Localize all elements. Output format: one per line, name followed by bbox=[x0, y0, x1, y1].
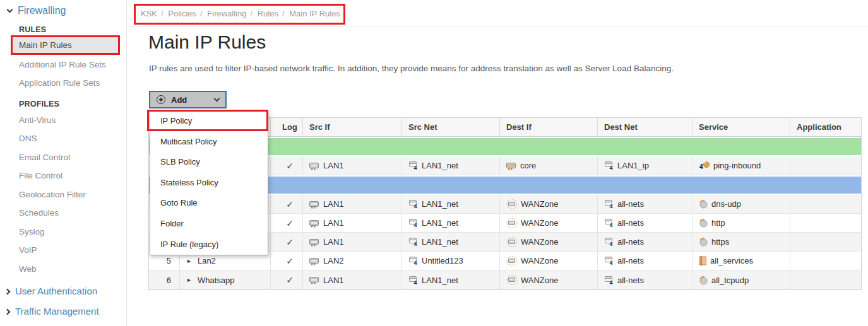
ipv4-network-icon: 4 bbox=[408, 161, 419, 170]
interface-icon bbox=[309, 219, 320, 228]
sidebar-item-firewalling[interactable]: Firewalling bbox=[8, 5, 66, 16]
log-check-icon: ✓ bbox=[286, 199, 294, 209]
service-value: all_services bbox=[710, 256, 753, 265]
zone-interface-icon bbox=[506, 237, 518, 247]
ipv4-address-icon: 4 bbox=[604, 161, 614, 170]
sidebar-item-web[interactable]: Web bbox=[19, 264, 37, 274]
svg-text:4: 4 bbox=[414, 165, 417, 170]
menu-item-multicast-policy[interactable]: Multicast Policy bbox=[150, 132, 268, 153]
breadcrumb-item-ksk[interactable]: KSK bbox=[141, 9, 157, 18]
svg-text:4: 4 bbox=[610, 260, 613, 265]
breadcrumb-separator: / bbox=[250, 9, 253, 18]
breadcrumb-separator: / bbox=[200, 9, 203, 18]
chevron-right-icon bbox=[4, 309, 11, 315]
breadcrumb-bar: KSK/ Policies/ Firewalling/ Rules/ Main … bbox=[127, 0, 868, 26]
menu-item-goto-rule[interactable]: Goto Rule bbox=[150, 193, 268, 214]
menu-item-ip-rule-legacy[interactable]: IP Rule (legacy) bbox=[150, 235, 268, 255]
ipv4-network-icon: 4 bbox=[408, 256, 419, 265]
application-value bbox=[790, 252, 861, 270]
sidebar-section-rules: RULES bbox=[19, 25, 46, 34]
zone-interface-icon bbox=[506, 199, 518, 209]
rule-name: Whatsapp bbox=[198, 276, 235, 285]
service-icon bbox=[699, 237, 708, 247]
sidebar-item-file-control[interactable]: File Control bbox=[19, 171, 62, 180]
interface-icon bbox=[309, 257, 320, 265]
dest-if-value: core bbox=[520, 161, 536, 170]
sidebar-section-profiles: PROFILES bbox=[19, 100, 59, 108]
chevron-down-icon bbox=[214, 95, 220, 102]
interface-icon bbox=[309, 161, 320, 170]
ping-service-icon: 4 bbox=[699, 161, 710, 170]
add-button[interactable]: Add bbox=[149, 91, 227, 108]
breadcrumb-item-rules[interactable]: Rules bbox=[258, 9, 278, 18]
ipv4-network-icon: 4 bbox=[408, 237, 419, 247]
services-book-icon bbox=[699, 256, 707, 265]
breadcrumb-separator: / bbox=[282, 9, 285, 18]
sidebar-item-dns[interactable]: DNS bbox=[19, 134, 37, 143]
sidebar-item-syslog[interactable]: Syslog bbox=[19, 227, 45, 236]
page-title: Main IP Rules bbox=[148, 32, 266, 53]
src-net-value: LAN1_net bbox=[422, 161, 458, 170]
menu-item-folder[interactable]: Folder bbox=[150, 214, 268, 235]
service-value: ping-inbound bbox=[713, 161, 761, 170]
dest-if-value: WANZone bbox=[521, 199, 558, 209]
sidebar-item-application-rule-sets[interactable]: Application Rule Sets bbox=[19, 78, 100, 88]
breadcrumb-item-main-ip-rules[interactable]: Main IP Rules bbox=[289, 9, 340, 18]
page-description: IP rules are used to filter IP-based net… bbox=[149, 64, 674, 73]
chevron-down-icon bbox=[7, 7, 13, 13]
sidebar-item-user-authentication[interactable]: User Authentication bbox=[5, 286, 97, 296]
service-icon bbox=[699, 199, 708, 209]
sidebar-item-label: Traffic Management bbox=[15, 306, 99, 317]
zone-interface-icon bbox=[506, 256, 518, 266]
breadcrumb-item-policies[interactable]: Policies bbox=[168, 9, 196, 18]
add-dropdown-menu: IP Policy Multicast Policy SLB Policy St… bbox=[150, 110, 268, 255]
sidebar-item-traffic-management[interactable]: Traffic Management bbox=[5, 306, 99, 317]
dest-net-value: all-nets bbox=[617, 237, 644, 247]
src-net-value: LAN1_net bbox=[422, 237, 458, 247]
src-if-value: LAN1 bbox=[323, 161, 344, 170]
ipv4-network-icon: 4 bbox=[408, 218, 419, 228]
svg-text:4: 4 bbox=[610, 279, 613, 285]
sidebar-item-main-ip-rules[interactable]: Main IP Rules bbox=[13, 36, 119, 55]
service-icon bbox=[699, 276, 708, 285]
sidebar-item-additional-ip-rule-sets[interactable]: Additional IP Rule Sets bbox=[19, 60, 106, 69]
svg-text:4: 4 bbox=[610, 222, 613, 228]
menu-item-slb-policy[interactable]: SLB Policy bbox=[150, 152, 268, 173]
dest-if-value: WANZone bbox=[521, 237, 558, 247]
svg-text:4: 4 bbox=[414, 222, 417, 228]
src-net-value: LAN1_net bbox=[422, 218, 458, 228]
application-value bbox=[790, 156, 861, 175]
svg-text:4: 4 bbox=[610, 241, 613, 247]
menu-item-stateless-policy[interactable]: Stateless Policy bbox=[150, 173, 268, 194]
application-value bbox=[790, 271, 861, 289]
sidebar-item-voip[interactable]: VoIP bbox=[19, 245, 37, 255]
core-interface-icon bbox=[506, 161, 517, 170]
chevron-right-icon bbox=[4, 289, 11, 295]
log-check-icon: ✓ bbox=[286, 256, 294, 266]
sidebar-item-schedules[interactable]: Schedules bbox=[19, 208, 59, 218]
log-check-icon: ✓ bbox=[286, 161, 294, 171]
ipv4-network-icon: 4 bbox=[604, 199, 614, 209]
dest-net-value: all-nets bbox=[617, 218, 644, 228]
dest-net-value: all-nets bbox=[617, 199, 644, 209]
service-value: dns-udp bbox=[711, 199, 741, 209]
sidebar-item-label: Firewalling bbox=[18, 5, 66, 16]
sidebar-item-anti-virus[interactable]: Anti-Virus bbox=[19, 115, 56, 125]
src-if-value: LAN1 bbox=[323, 237, 344, 247]
svg-text:4: 4 bbox=[610, 203, 613, 209]
sidebar-item-geolocation-filter[interactable]: Geolocation Filter bbox=[19, 190, 86, 199]
dest-net-value: LAN1_ip bbox=[617, 161, 649, 170]
table-row[interactable]: 6 ►Whatsapp ✓ LAN1 4LAN1_net WANZone 4al… bbox=[149, 271, 861, 289]
ipv4-network-icon: 4 bbox=[408, 199, 419, 209]
sidebar-item-email-control[interactable]: Email Control bbox=[19, 153, 70, 162]
menu-item-ip-policy[interactable]: IP Policy bbox=[150, 111, 268, 132]
svg-text:4: 4 bbox=[699, 163, 703, 170]
breadcrumb-item-firewalling[interactable]: Firewalling bbox=[207, 9, 246, 18]
expand-arrow-icon[interactable]: ► bbox=[186, 277, 192, 283]
svg-text:4: 4 bbox=[414, 260, 417, 265]
col-header-src-if: Src If bbox=[302, 118, 401, 136]
add-button-label: Add bbox=[171, 95, 215, 105]
expand-arrow-icon[interactable]: ► bbox=[186, 258, 192, 264]
src-if-value: LAN1 bbox=[323, 276, 344, 285]
interface-icon bbox=[309, 276, 320, 284]
